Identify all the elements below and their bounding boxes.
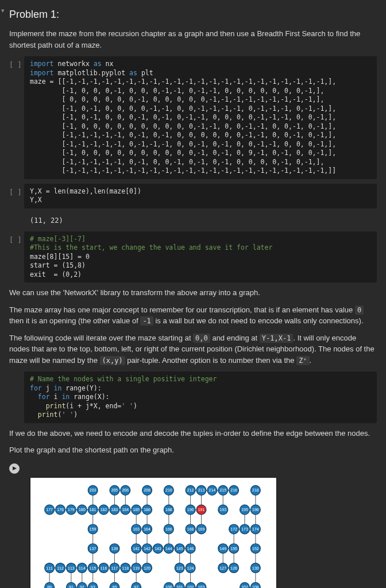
svg-text:195: 195	[241, 508, 248, 512]
svg-text:97: 97	[134, 585, 138, 588]
svg-text:115: 115	[90, 566, 96, 570]
svg-text:152: 152	[252, 546, 259, 550]
intro-text: Implement the maze from the recursion ch…	[9, 28, 377, 51]
svg-text:172: 172	[230, 527, 237, 531]
paragraph: Plot the graph and the shortest path on …	[9, 444, 377, 456]
svg-text:196: 196	[252, 508, 259, 512]
svg-text:95: 95	[113, 585, 117, 588]
svg-text:215: 215	[219, 488, 226, 492]
inline-code: (x,y)	[100, 356, 125, 365]
svg-text:179: 179	[68, 508, 75, 512]
cell-prompt: [ ]	[9, 231, 24, 245]
code-cell-2: [ ] Y,X = len(maze),len(maze[0]) Y,X	[9, 184, 377, 208]
code-block[interactable]: # Name the nodes with a single positive …	[24, 372, 377, 423]
svg-text:218: 218	[252, 488, 259, 492]
svg-text:127: 127	[219, 566, 226, 570]
paragraph: The following code will iterate over the…	[9, 332, 377, 366]
run-button[interactable]: ▶	[9, 463, 20, 474]
inline-code: Z⁺	[296, 356, 309, 365]
svg-text:89: 89	[47, 585, 52, 588]
svg-text:118: 118	[122, 566, 129, 570]
cell-prompt	[9, 372, 24, 375]
svg-text:190: 190	[187, 508, 194, 512]
svg-text:114: 114	[79, 566, 86, 570]
svg-text:116: 116	[101, 566, 107, 570]
svg-text:113: 113	[68, 566, 75, 570]
svg-text:163: 163	[133, 527, 140, 531]
svg-text:214: 214	[209, 488, 216, 492]
svg-text:130: 130	[252, 566, 259, 570]
code-block[interactable]: import networkx as nx import matplotlib.…	[24, 56, 377, 179]
svg-text:180: 180	[79, 508, 86, 512]
paragraph: We can use the 'NetworkX' library to tra…	[9, 287, 377, 299]
svg-text:120: 120	[144, 566, 150, 570]
svg-text:142: 142	[144, 546, 150, 550]
page-title: Problem 1:	[9, 7, 377, 22]
svg-text:119: 119	[133, 566, 140, 570]
inline-code: 0	[355, 305, 364, 315]
svg-text:159: 159	[90, 527, 96, 531]
svg-text:193: 193	[219, 508, 226, 512]
cell-output: (11, 22)	[9, 213, 377, 231]
svg-text:181: 181	[90, 508, 96, 512]
svg-text:108: 108	[252, 585, 259, 588]
svg-text:112: 112	[57, 566, 64, 570]
svg-text:182: 182	[101, 508, 107, 512]
cell-prompt: [ ]	[9, 56, 24, 70]
svg-text:100: 100	[165, 585, 172, 588]
svg-text:206: 206	[122, 488, 129, 492]
svg-text:210: 210	[165, 488, 172, 492]
svg-text:174: 174	[252, 527, 259, 531]
code-block[interactable]: Y,X = len(maze),len(maze[0]) Y,X	[24, 184, 377, 208]
cell-prompt: [ ]	[9, 184, 24, 198]
svg-text:164: 164	[144, 527, 150, 531]
svg-text:216: 216	[230, 488, 237, 492]
svg-text:185: 185	[133, 508, 140, 512]
svg-text:137: 137	[90, 546, 96, 550]
svg-text:144: 144	[165, 546, 172, 550]
inline-code: 0,0	[193, 334, 210, 343]
svg-text:186: 186	[144, 508, 150, 512]
svg-text:128: 128	[230, 566, 237, 570]
paragraph: If we do the above, we need to encode an…	[9, 428, 377, 439]
svg-text:139: 139	[111, 546, 118, 550]
svg-text:91: 91	[69, 585, 74, 588]
svg-text:212: 212	[187, 488, 194, 492]
svg-text:173: 173	[241, 527, 248, 531]
graph-output: 2324252728293235363738394041424445464748…	[30, 477, 277, 588]
svg-text:178: 178	[57, 508, 64, 512]
svg-text:93: 93	[91, 585, 95, 588]
svg-text:107: 107	[241, 585, 248, 588]
svg-text:205: 205	[111, 488, 118, 492]
svg-text:124: 124	[187, 566, 194, 570]
play-icon: ▶	[13, 465, 17, 473]
code-cell-3: [ ] # maze[-3][-7] #This is the start, w…	[9, 231, 377, 283]
svg-text:183: 183	[111, 508, 118, 512]
inline-code: Y-1,X-1	[260, 334, 294, 343]
svg-text:150: 150	[230, 546, 237, 550]
paragraph: The maze array has one major concept to …	[9, 304, 377, 327]
code-cell-4: # Name the nodes with a single positive …	[9, 372, 377, 423]
svg-text:111: 111	[46, 566, 53, 570]
svg-text:103: 103	[198, 585, 205, 588]
svg-text:213: 213	[198, 488, 205, 492]
svg-text:169: 169	[198, 527, 205, 531]
graph-svg: 2324252728293235363738394041424445464748…	[30, 478, 276, 588]
code-cell-1: [ ] import networkx as nx import matplot…	[9, 56, 377, 179]
svg-text:101: 101	[176, 585, 183, 588]
svg-text:117: 117	[111, 566, 118, 570]
caret-icon: ▾	[1, 6, 5, 16]
svg-text:92: 92	[80, 585, 84, 588]
svg-text:188: 188	[165, 508, 172, 512]
inline-code: -1	[140, 316, 153, 326]
svg-text:191: 191	[198, 508, 205, 512]
svg-text:184: 184	[122, 508, 129, 512]
svg-text:143: 143	[155, 546, 161, 550]
svg-text:177: 177	[46, 508, 53, 512]
svg-text:123: 123	[176, 566, 183, 570]
svg-text:168: 168	[187, 527, 194, 531]
svg-text:149: 149	[219, 546, 226, 550]
svg-text:102: 102	[187, 585, 194, 588]
code-block[interactable]: # maze[-3][-7] #This is the start, we ch…	[24, 231, 377, 283]
svg-text:145: 145	[176, 546, 183, 550]
